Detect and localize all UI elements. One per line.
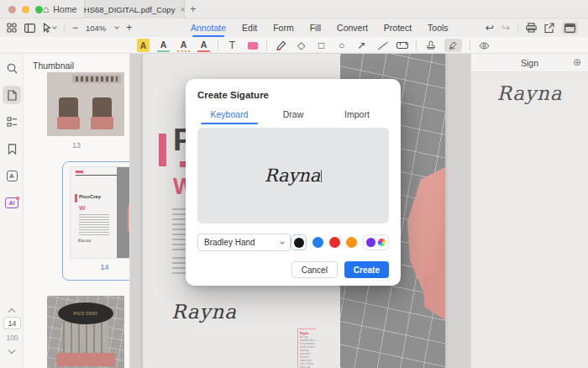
- redo-icon: ↪: [501, 22, 510, 34]
- titlebar: ⌂ Home HS68_DIGITAL.pdf_Copy × +: [0, 0, 588, 18]
- page-13-label: 13: [24, 141, 129, 150]
- font-select[interactable]: Bradley Hand: [197, 234, 291, 251]
- page-14-label: 14: [63, 263, 130, 271]
- color-swatches: [291, 234, 389, 250]
- close-window-button[interactable]: [8, 6, 16, 13]
- eraser-tool-icon[interactable]: ◇: [295, 39, 307, 52]
- thumb-device-body: [63, 321, 108, 356]
- chevron-down-icon: [280, 239, 285, 244]
- minimize-window-button[interactable]: [22, 6, 29, 13]
- squiggly-tool-icon[interactable]: A: [177, 39, 190, 52]
- zoom-dropdown-icon[interactable]: [114, 24, 119, 29]
- annotation-list-icon[interactable]: A: [3, 166, 21, 185]
- thumbnail-panel-icon[interactable]: [3, 86, 21, 104]
- rectangle-tool-icon[interactable]: □: [315, 39, 328, 52]
- menu-edit[interactable]: Edit: [242, 23, 257, 33]
- menu-tools[interactable]: Tools: [428, 23, 449, 33]
- grid-view-icon[interactable]: [7, 23, 17, 33]
- thumb-dropcap: W: [79, 204, 86, 212]
- arrow-tool-icon[interactable]: ↗: [355, 39, 368, 52]
- thumb-device-base: [56, 353, 115, 366]
- menu-form[interactable]: Form: [273, 23, 294, 33]
- menu-convert[interactable]: Convert: [337, 23, 368, 33]
- sign-panel: Sign ⊕ Rayna: [470, 54, 588, 368]
- color-red[interactable]: [329, 237, 340, 248]
- outline-panel-icon[interactable]: [3, 113, 21, 131]
- measure-tool-icon[interactable]: [396, 39, 408, 52]
- divider: [416, 40, 417, 50]
- cancel-button[interactable]: Cancel: [291, 261, 338, 278]
- ai-assistant-icon[interactable]: AI: [3, 193, 21, 212]
- zoom-in-button[interactable]: +: [126, 23, 132, 33]
- text-caret: [321, 170, 322, 182]
- color-picker-icon[interactable]: [378, 239, 386, 246]
- text-tool-icon[interactable]: T: [226, 39, 239, 52]
- color-custom-group: [363, 234, 389, 250]
- create-signature-dialog: Create Sigature Keyboard Draw Import Ray…: [186, 79, 401, 286]
- sidebar-toggle-icon[interactable]: [24, 24, 35, 33]
- menu-protect[interactable]: Protect: [384, 23, 412, 33]
- tab-import[interactable]: Import: [325, 109, 389, 124]
- comment-bubble: [248, 42, 258, 50]
- page-text-lines: [172, 208, 186, 252]
- new-tab-button[interactable]: +: [190, 3, 197, 15]
- bookmark-panel-icon[interactable]: [3, 139, 21, 158]
- divider: [218, 40, 218, 50]
- dialog-tabs: Keyboard Draw Import: [197, 109, 389, 124]
- zoom-out-button[interactable]: −: [72, 23, 78, 33]
- menu-fill[interactable]: Fill: [310, 23, 321, 33]
- color-blue[interactable]: [312, 237, 323, 248]
- main-toolbar: − 104% + Annotate Edit Form Fill Convert…: [0, 18, 588, 37]
- pdf-editor-window: ⌂ Home HS68_DIGITAL.pdf_Copy × + − 104% …: [0, 0, 588, 368]
- underline-tool-icon[interactable]: A: [157, 39, 170, 52]
- divider: [517, 23, 518, 33]
- zoom-level[interactable]: 104%: [86, 24, 106, 33]
- print-icon[interactable]: [526, 23, 537, 33]
- font-select-value: Bradley Hand: [204, 238, 255, 247]
- home-tab[interactable]: ⌂ Home: [38, 0, 81, 18]
- pencil-tool-icon[interactable]: [275, 39, 287, 52]
- signature-tool-icon[interactable]: [444, 39, 462, 52]
- thumb-doc-title: PicoCray: [79, 194, 101, 199]
- tab-draw[interactable]: Draw: [261, 109, 325, 124]
- divider: [64, 23, 65, 33]
- highlight-tool-icon[interactable]: A: [137, 39, 150, 52]
- line-tool-icon[interactable]: [375, 39, 388, 52]
- menu-annotate[interactable]: Annotate: [191, 23, 226, 33]
- comment-tool-icon[interactable]: [246, 39, 259, 52]
- ellipse-tool-icon[interactable]: ○: [335, 39, 348, 52]
- create-button[interactable]: Create: [344, 261, 389, 278]
- callout-body: A Cray wouldn't be a Cray without some k…: [300, 335, 316, 368]
- thumb-signature: Rayna: [77, 238, 91, 243]
- home-icon: ⌂: [43, 4, 49, 14]
- document-tab[interactable]: HS68_DIGITAL.pdf_Copy ×: [84, 0, 185, 18]
- page-14-thumbnail-selected[interactable]: PicoCray W Rayna 14: [62, 161, 130, 281]
- page-15-thumbnail[interactable]: PICO CRAY: [47, 296, 124, 368]
- signature-preview-input[interactable]: Rayna: [197, 128, 389, 223]
- color-purple[interactable]: [366, 238, 375, 247]
- total-pages-label: 100: [3, 334, 21, 342]
- document-tab-label: HS68_DIGITAL.pdf_Copy: [84, 5, 176, 14]
- tab-keyboard[interactable]: Keyboard: [197, 109, 261, 124]
- current-page-input[interactable]: 14: [3, 317, 21, 329]
- search-icon[interactable]: [3, 59, 21, 77]
- panel-layout-icon[interactable]: [562, 22, 578, 34]
- annotate-toolbar: A A A A T ◇ □ ○ ↗: [0, 37, 588, 54]
- select-tool-icon[interactable]: [43, 23, 56, 33]
- placed-signature[interactable]: Rayna: [171, 301, 237, 323]
- strikethrough-tool-icon[interactable]: A: [197, 39, 210, 52]
- divider: [470, 40, 470, 50]
- page-13-thumbnail[interactable]: [47, 72, 124, 136]
- undo-icon[interactable]: ↩: [486, 22, 494, 34]
- stamp-tool-icon[interactable]: [424, 39, 437, 52]
- thumb-photo-dots: [76, 76, 118, 81]
- close-tab-icon[interactable]: ×: [180, 5, 185, 14]
- visibility-tool-icon[interactable]: [478, 39, 491, 52]
- color-orange[interactable]: [346, 237, 357, 248]
- add-signature-icon[interactable]: ⊕: [573, 57, 581, 67]
- color-black-selected[interactable]: [291, 234, 307, 250]
- saved-signature-item[interactable]: Rayna: [471, 82, 588, 104]
- thumbnail-panel: Thumbnail 13 PicoCray W Rayna 14: [24, 54, 130, 368]
- sign-panel-title: Sign: [521, 58, 538, 68]
- share-icon[interactable]: [544, 23, 554, 33]
